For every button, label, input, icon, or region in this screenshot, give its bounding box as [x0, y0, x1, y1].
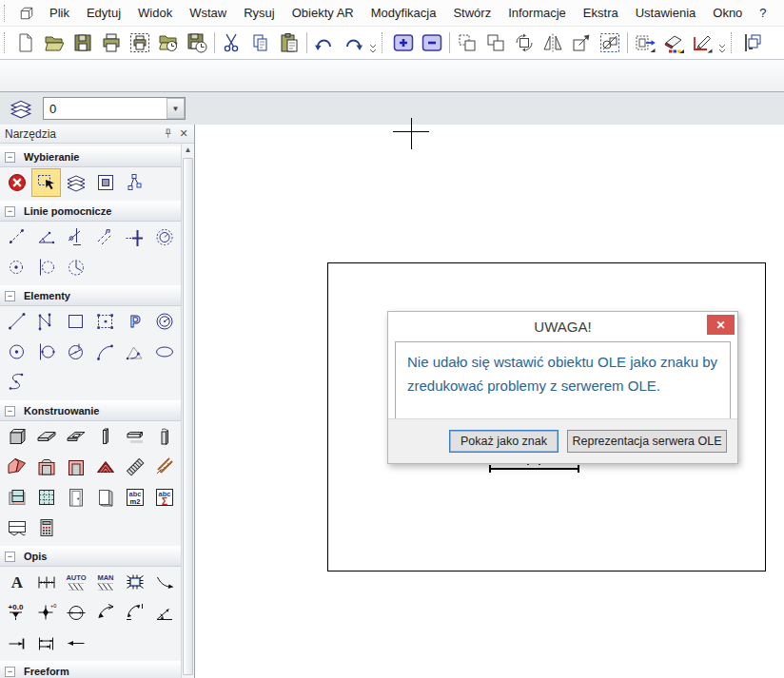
- polygon-tool-icon[interactable]: P: [120, 307, 149, 336]
- zoom-in-icon[interactable]: [389, 29, 418, 57]
- collapse-icon[interactable]: −: [5, 552, 15, 562]
- line-tool-icon[interactable]: [2, 307, 31, 336]
- print-frame-icon[interactable]: [126, 29, 154, 57]
- text-tool-icon[interactable]: A: [2, 568, 31, 596]
- dialog-close-icon[interactable]: ✕: [707, 315, 735, 335]
- arc-tool-icon[interactable]: [90, 338, 120, 366]
- arc-dim-tool-icon[interactable]: [120, 598, 149, 627]
- scale-icon[interactable]: [567, 29, 596, 57]
- toolbar-grip[interactable]: [731, 32, 735, 53]
- toolbar-grip[interactable]: [382, 32, 386, 53]
- menu-item-edytuj[interactable]: Edytuj: [78, 0, 129, 26]
- aux-circle-tangent-tool-icon[interactable]: [31, 253, 61, 281]
- menu-item-ustawienia[interactable]: Ustawienia: [627, 0, 705, 26]
- collapse-icon[interactable]: −: [5, 206, 15, 217]
- dormer-tool-icon[interactable]: [31, 453, 61, 481]
- wall-window-tool-icon[interactable]: [61, 453, 90, 481]
- pin-icon[interactable]: [161, 126, 176, 141]
- slab-opening-tool-icon[interactable]: [61, 422, 90, 451]
- undo-icon[interactable]: [310, 29, 339, 57]
- layer-combobox-value[interactable]: 0: [44, 102, 167, 116]
- scroll-up-icon[interactable]: ▲: [185, 145, 192, 155]
- save-icon[interactable]: [69, 29, 97, 57]
- section-header-linie-pomocnicze[interactable]: −Linie pomocnicze: [0, 201, 181, 222]
- dimension-all-tool-icon[interactable]: [120, 568, 149, 596]
- stairs-tool-icon[interactable]: [120, 453, 149, 481]
- beam-tool-icon[interactable]: [120, 422, 149, 451]
- leader-tool-icon[interactable]: [149, 568, 179, 596]
- menu-item-ekstra[interactable]: Ekstra: [575, 0, 627, 26]
- label-m2-tool-icon[interactable]: abcm2: [120, 483, 149, 512]
- menu-item-wstaw[interactable]: Wstaw: [181, 0, 235, 26]
- arc-leader-tool-icon[interactable]: [90, 598, 120, 627]
- section-header-elementy[interactable]: −Elementy: [0, 285, 181, 306]
- ellipse-tool-icon[interactable]: [149, 338, 179, 366]
- eraser-icon[interactable]: [659, 29, 688, 57]
- layer-combobox-dropdown-button[interactable]: ▼: [167, 98, 185, 119]
- drawing-canvas[interactable]: UWAGA! ✕ Nie udało się wstawić obiektu O…: [195, 125, 784, 678]
- open-folder-icon[interactable]: [40, 29, 69, 57]
- menu-item-plik[interactable]: Plik: [41, 0, 78, 26]
- layer-combobox[interactable]: 0 ▼: [43, 97, 186, 120]
- open-clock-icon[interactable]: [154, 29, 183, 57]
- collapse-icon[interactable]: −: [5, 152, 15, 163]
- menu-item-okno[interactable]: Okno: [704, 0, 751, 26]
- section-header-freeform[interactable]: −Freeform: [0, 661, 181, 678]
- menu-item-obiekty-ar[interactable]: Obiekty AR: [284, 0, 363, 26]
- rotate-icon[interactable]: [510, 29, 539, 57]
- move-icon[interactable]: [631, 29, 659, 57]
- dim-chain-tool-icon[interactable]: [31, 629, 61, 657]
- aux-angle-tool-icon[interactable]: [31, 223, 61, 251]
- angle-dim-tool-icon[interactable]: [149, 598, 179, 627]
- section-mark-tool-icon[interactable]: [2, 513, 31, 542]
- layers-icon[interactable]: [8, 96, 34, 121]
- tools-scrollbar[interactable]: ▲: [181, 144, 194, 678]
- window-tool-icon[interactable]: [2, 483, 31, 512]
- cut-icon[interactable]: [218, 29, 246, 57]
- aux-circle-center-tool-icon[interactable]: [2, 253, 31, 281]
- section-header-wybieranie[interactable]: −Wybieranie: [0, 146, 181, 167]
- close-panel-icon[interactable]: ✕: [176, 126, 191, 141]
- edit-pen-icon[interactable]: [688, 29, 716, 57]
- aux-cross-tool-icon[interactable]: [120, 223, 149, 251]
- select-layers-tool-icon[interactable]: [61, 168, 90, 197]
- circle-center-tool-icon[interactable]: [2, 338, 31, 366]
- chimney-tool-icon[interactable]: [149, 422, 179, 451]
- rectangle-tool-icon[interactable]: [61, 307, 90, 336]
- arc-angle-tool-icon[interactable]: [120, 338, 149, 366]
- spline-tool-icon[interactable]: [2, 368, 31, 397]
- aux-perpendicular-tool-icon[interactable]: [61, 223, 90, 251]
- print-icon[interactable]: [97, 29, 126, 57]
- wall-tool-icon[interactable]: [2, 422, 31, 451]
- toolbar-overflow-icon[interactable]: [716, 29, 728, 57]
- collapse-icon[interactable]: −: [5, 406, 15, 416]
- copy-icon[interactable]: [246, 29, 275, 57]
- group-select-icon[interactable]: [596, 29, 624, 57]
- show-as-icon-button[interactable]: Pokaż jako znak: [449, 430, 559, 453]
- circle-diameter-tool-icon[interactable]: [61, 338, 90, 366]
- opening-tool-icon[interactable]: [90, 483, 120, 512]
- mirror-icon[interactable]: [539, 29, 567, 57]
- cancel-tool-icon[interactable]: [2, 168, 31, 197]
- ceiling-grid-tool-icon[interactable]: [31, 483, 61, 512]
- calculator-tool-icon[interactable]: [31, 513, 61, 542]
- circle-radius-tool-icon[interactable]: [149, 307, 179, 336]
- save-clock-icon[interactable]: [183, 29, 211, 57]
- label-sum-tool-icon[interactable]: abcΣ: [149, 483, 179, 512]
- menu-item-widok[interactable]: Widok: [129, 0, 181, 26]
- arrow-left-tool-icon[interactable]: [61, 629, 90, 657]
- menu-item-rysuj[interactable]: Rysuj: [235, 0, 284, 26]
- level-tool-icon[interactable]: +0.0: [2, 598, 31, 627]
- dimension-tool-icon[interactable]: [31, 568, 61, 596]
- section-header-konstruowanie[interactable]: −Konstruowanie: [0, 400, 181, 421]
- menubar-grip[interactable]: [4, 5, 9, 22]
- section-header-opis[interactable]: −Opis: [0, 546, 181, 567]
- dim-end-tool-icon[interactable]: [2, 629, 31, 657]
- duplicate-icon[interactable]: [481, 29, 510, 57]
- menu-item-?[interactable]: ?: [751, 0, 774, 26]
- aux-parallel-tool-icon[interactable]: n: [90, 223, 120, 251]
- offset-tool-icon[interactable]: [738, 29, 767, 57]
- collapse-icon[interactable]: −: [5, 667, 15, 677]
- scrollbar-thumb[interactable]: [183, 158, 193, 675]
- select-region-tool-icon[interactable]: [90, 168, 120, 197]
